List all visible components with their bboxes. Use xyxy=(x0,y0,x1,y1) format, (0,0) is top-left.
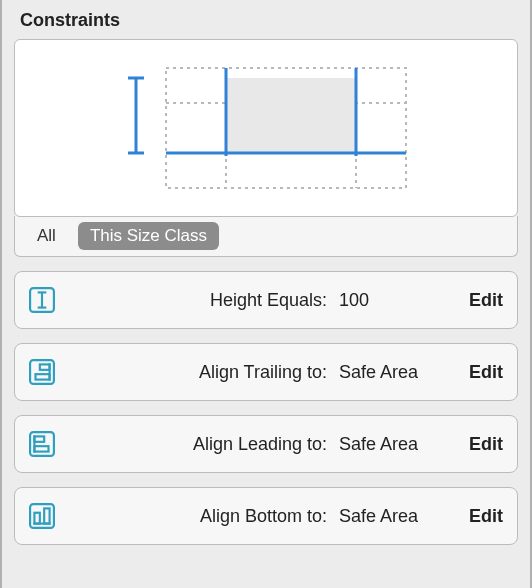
align-trailing-icon xyxy=(29,359,55,385)
constraint-value: Safe Area xyxy=(333,434,453,455)
align-bottom-icon xyxy=(29,503,55,529)
constraint-row-leading[interactable]: Align Leading to: Safe Area Edit xyxy=(14,415,518,473)
constraint-value: Safe Area xyxy=(333,506,453,527)
constraint-row-trailing[interactable]: Align Trailing to: Safe Area Edit xyxy=(14,343,518,401)
edit-button[interactable]: Edit xyxy=(453,290,503,311)
svg-rect-22 xyxy=(34,446,48,451)
align-leading-icon xyxy=(29,431,55,457)
edit-button[interactable]: Edit xyxy=(453,506,503,527)
svg-rect-26 xyxy=(44,508,49,523)
section-title: Constraints xyxy=(14,10,518,31)
edit-button[interactable]: Edit xyxy=(453,362,503,383)
svg-rect-25 xyxy=(34,513,39,524)
svg-rect-17 xyxy=(40,364,50,369)
edit-button[interactable]: Edit xyxy=(453,434,503,455)
filter-size-class-button[interactable]: This Size Class xyxy=(78,222,219,250)
constraint-label: Align Trailing to: xyxy=(63,362,333,383)
constraint-value: Safe Area xyxy=(333,362,453,383)
constraint-label: Height Equals: xyxy=(63,290,333,311)
constraint-row-height[interactable]: Height Equals: 100 Edit xyxy=(14,271,518,329)
svg-rect-18 xyxy=(36,374,50,379)
constraint-label: Align Bottom to: xyxy=(63,506,333,527)
filter-bar: All This Size Class xyxy=(14,216,518,257)
constraint-label: Align Leading to: xyxy=(63,434,333,455)
height-icon xyxy=(29,287,55,313)
constraints-panel: Constraints All This Size Class xyxy=(0,0,532,588)
constraint-diagram xyxy=(106,48,426,208)
svg-rect-5 xyxy=(226,78,356,153)
filter-all-button[interactable]: All xyxy=(25,222,68,250)
constraint-value: 100 xyxy=(333,290,453,311)
svg-rect-21 xyxy=(34,436,44,441)
constraint-row-bottom[interactable]: Align Bottom to: Safe Area Edit xyxy=(14,487,518,545)
constraint-diagram-canvas[interactable] xyxy=(14,39,518,217)
